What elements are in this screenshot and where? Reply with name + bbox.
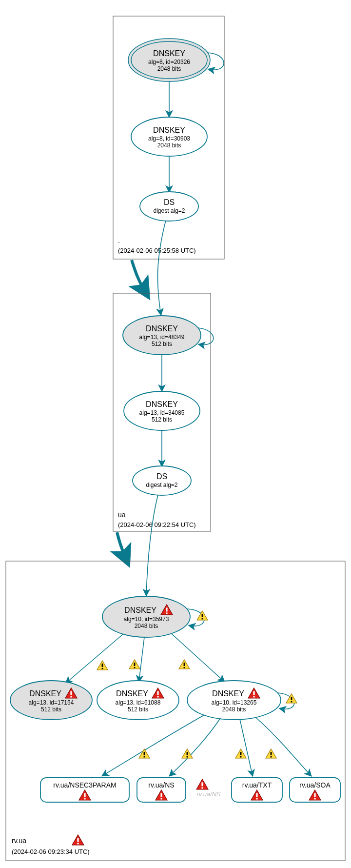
- node-root-zsk: DNSKEY alg=8, id=30903 2048 bits: [131, 117, 207, 156]
- rrset-nsec3param: rv.ua/NSEC3PARAM: [40, 778, 129, 802]
- root-zsk-l2: alg=8, id=30903: [148, 135, 190, 142]
- node-ua-ksk: DNSKEY alg=13, id=48349 512 bits: [123, 316, 201, 355]
- rv-ksk-title: DNSKEY: [124, 606, 156, 614]
- rv-k1-l2: alg=13, id=17154: [29, 699, 74, 706]
- zone-label-root: .: [118, 237, 120, 244]
- svg-point-9: [140, 192, 198, 221]
- rrset-ns: rv.ua/NS: [137, 778, 186, 802]
- zone-ts-root: (2024-02-06 05:25:58 UTC): [118, 247, 196, 254]
- rv-ksk-l3: 2048 bits: [135, 623, 158, 629]
- edge-k3-txt: [240, 719, 253, 776]
- root-ds-l2: digest alg=2: [153, 207, 185, 214]
- edge-rv-ksk-k2: [139, 637, 144, 682]
- rv-ksk-l2: alg=10, id=35973: [124, 616, 169, 623]
- node-rv-k3: DNSKEY alg=10, id=13265 2048 bits: [187, 681, 281, 720]
- rrset-ns-faded: rv.ua/NS: [196, 779, 221, 798]
- zone-ts-rvua: (2024-02-06 09:23:34 UTC): [12, 848, 90, 855]
- dnssec-diagram: . (2024-02-06 05:25:58 UTC) DNSKEY alg=8…: [0, 0, 351, 868]
- rrset-nsec3param-text: rv.ua/NSEC3PARAM: [53, 781, 116, 789]
- rrset-soa: rv.ua/SOA: [290, 778, 340, 802]
- error-icon-zone-rvua: [72, 835, 84, 845]
- root-zsk-l3: 2048 bits: [157, 142, 181, 149]
- edge-ua-to-rvua-zone: [117, 532, 125, 557]
- node-ua-zsk: DNSKEY alg=13, id=34085 512 bits: [124, 391, 200, 430]
- root-ksk-l3: 2048 bits: [157, 65, 181, 72]
- edge-k3-nsec3param: [102, 715, 204, 776]
- edge-ua-ds-rv-ksk: [146, 495, 158, 595]
- ua-ds-l2: digest alg=2: [146, 482, 177, 488]
- ua-zsk-l3: 512 bits: [152, 416, 172, 423]
- rrset-soa-text: rv.ua/SOA: [299, 781, 331, 789]
- root-ksk-l2: alg=8, id=20326: [148, 59, 190, 65]
- root-ds-title: DS: [164, 198, 175, 206]
- node-ua-ds: DS digest alg=2: [133, 466, 191, 495]
- edge-root-ds-ua-ksk: [157, 221, 166, 315]
- warn-icon-rv-ksk-k2: [129, 660, 140, 669]
- rv-k2-l2: alg=13, id=61088: [116, 699, 161, 706]
- ua-ksk-l2: alg=13, id=48349: [139, 334, 185, 341]
- edge-rv-ksk-k1: [66, 634, 123, 683]
- warn-icon-k3-ns: [182, 749, 193, 758]
- warn-icon-k3-soa: [266, 749, 276, 758]
- error-icon-faded-ns: [196, 779, 208, 789]
- rv-k2-title: DNSKEY: [116, 689, 148, 698]
- ua-ds-title: DS: [156, 472, 167, 481]
- edge-k3-soa: [255, 717, 311, 776]
- rrset-txt: rv.ua/TXT: [232, 778, 282, 802]
- edge-k3-ns: [170, 718, 220, 776]
- svg-point-12: [133, 466, 191, 495]
- node-rv-k1: DNSKEY alg=13, id=17154 512 bits: [10, 681, 92, 720]
- ua-zsk-title: DNSKEY: [146, 400, 178, 408]
- edge-rv-ksk-k3: [172, 634, 224, 682]
- rrset-ns-text: rv.ua/NS: [148, 781, 174, 789]
- rv-k3-title: DNSKEY: [212, 689, 244, 698]
- ua-ksk-l3: 512 bits: [152, 341, 172, 347]
- rrset-txt-text: rv.ua/TXT: [242, 781, 272, 789]
- faded-ns-text: rv.ua/NS: [196, 790, 221, 798]
- warn-icon-rv-ksk-k3: [179, 660, 190, 669]
- node-rv-ksk: DNSKEY alg=10, id=35973 2048 bits: [102, 596, 190, 637]
- warn-icon-rv-ksk-self: [197, 611, 208, 620]
- node-root-ksk: DNSKEY alg=8, id=20326 2048 bits: [128, 39, 210, 81]
- warn-icon-k3-txt: [235, 749, 246, 758]
- root-ksk-title: DNSKEY: [153, 49, 185, 58]
- root-zsk-title: DNSKEY: [153, 126, 185, 134]
- warn-icon-k3-nsec3param: [139, 749, 150, 758]
- warn-icon-rv-ksk-k1: [97, 661, 108, 670]
- rv-k2-l3: 512 bits: [128, 706, 148, 713]
- rv-k3-l3: 2048 bits: [222, 706, 246, 713]
- zone-ts-ua: (2024-02-06 09:22:54 UTC): [118, 521, 196, 528]
- zone-label-rvua: rv.ua: [12, 837, 26, 845]
- zone-label-ua: ua: [118, 511, 126, 519]
- edge-root-to-ua-zone: [132, 260, 144, 290]
- node-root-ds: DS digest alg=2: [140, 192, 198, 221]
- ua-zsk-l2: alg=13, id=34085: [139, 409, 185, 416]
- rv-k1-title: DNSKEY: [29, 689, 61, 698]
- rv-k3-l2: alg=10, id=13265: [212, 699, 257, 706]
- ua-ksk-title: DNSKEY: [146, 324, 178, 333]
- rv-k1-l3: 512 bits: [41, 706, 61, 713]
- node-rv-k2: DNSKEY alg=13, id=61088 512 bits: [97, 681, 179, 720]
